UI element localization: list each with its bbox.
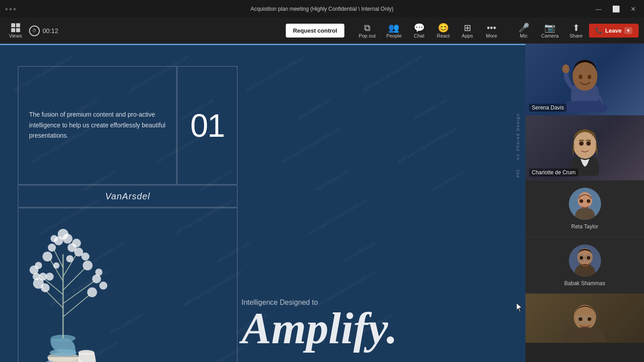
svg-point-28	[81, 253, 89, 261]
participant-tile-babak: Babak Shammas	[525, 237, 644, 294]
svg-point-34	[46, 273, 54, 281]
participant-tile-serena: Serena Davis	[525, 44, 644, 115]
plant-illustration	[18, 208, 237, 362]
reta-avatar-svg	[569, 188, 601, 220]
apps-icon: ⊞	[464, 23, 471, 32]
react-label: React	[437, 33, 450, 38]
svg-point-31	[51, 235, 58, 242]
popout-label: Pop out	[359, 33, 376, 38]
grid-cell	[11, 23, 15, 27]
more-label: More	[486, 33, 497, 38]
popout-icon: ⧉	[364, 23, 370, 32]
participant-name-serena: Serena Davis	[529, 104, 567, 112]
babak-avatar-svg	[569, 244, 601, 277]
chat-label: Chat	[414, 33, 424, 38]
camera-label: Camera	[541, 33, 559, 38]
mic-icon: 🎤	[518, 23, 530, 32]
meeting-toolbar: Views ⏱ 00:12 Request control ⧉ Pop out …	[0, 18, 644, 44]
dot	[5, 8, 8, 10]
slide-number-box: 01	[177, 66, 237, 185]
svg-point-43	[579, 75, 582, 79]
plant-svg	[27, 219, 126, 362]
brand-name: VanArsdel	[105, 191, 150, 202]
slide-plant-area	[18, 208, 237, 362]
svg-point-25	[92, 274, 101, 283]
more-button[interactable]: ••• More	[480, 21, 503, 40]
svg-point-44	[588, 75, 591, 79]
presentation-top-border	[0, 44, 525, 45]
svg-point-26	[83, 261, 93, 270]
p01-label: P01	[516, 169, 520, 177]
svg-point-53	[580, 256, 583, 260]
close-button[interactable]: ✕	[628, 4, 639, 13]
svg-point-24	[87, 287, 97, 297]
svg-point-36	[41, 283, 50, 292]
participant-name-charlotte: Charlotte de Crum	[529, 168, 578, 177]
timer-icon: ⏱	[29, 25, 40, 36]
slide-text-box: The fusion of premium content and pro-ac…	[18, 66, 177, 185]
svg-point-30	[58, 229, 68, 240]
title-bar-left	[5, 8, 16, 10]
svg-point-32	[66, 255, 73, 262]
window-controls: — ⬜ ✕	[593, 4, 639, 13]
meeting-timer: ⏱ 00:12	[29, 25, 58, 36]
participant-name-reta: Reta Taylor	[571, 223, 598, 230]
more-icon: •••	[487, 23, 496, 32]
views-button[interactable]: Views	[5, 21, 25, 40]
presentation-area: aadi.kapoor@vanarsdelltd.com aadi.kapoor…	[0, 44, 525, 362]
svg-point-17	[42, 252, 52, 261]
shared-design-label: VA Shared Design	[516, 113, 520, 160]
share-label: Share	[570, 33, 583, 38]
participant-tile-charlotte: Charlotte de Crum	[525, 115, 644, 180]
leave-button[interactable]: 📞 Leave ▼	[589, 24, 639, 38]
phone-icon: 📞	[595, 27, 602, 34]
svg-point-29	[68, 243, 76, 252]
apps-label: Apps	[462, 33, 473, 38]
toolbar-left: Views ⏱ 00:12	[5, 21, 58, 40]
participant-name-babak: Babak Shammas	[564, 280, 605, 286]
leave-chevron-icon: ▼	[624, 27, 632, 34]
maximize-button[interactable]: ⬜	[610, 4, 623, 13]
apps-button[interactable]: ⊞ Apps	[456, 21, 479, 40]
minimize-button[interactable]: —	[593, 4, 604, 13]
slide-number: 01	[190, 107, 224, 144]
mic-button[interactable]: 🎤 Mic	[513, 21, 535, 40]
svg-point-33	[53, 262, 59, 269]
svg-line-11	[63, 295, 90, 317]
dot	[9, 8, 12, 10]
svg-point-47	[579, 141, 584, 146]
participant-tile-reta: Reta Taylor	[525, 180, 644, 237]
leave-label: Leave	[605, 27, 622, 34]
avatar-circle-babak	[569, 244, 601, 277]
svg-point-42	[572, 62, 597, 91]
svg-point-37	[33, 273, 40, 280]
svg-point-58	[574, 305, 596, 330]
people-button[interactable]: 👥 People	[382, 21, 406, 40]
slide-brand-bar: VanArsdel	[18, 185, 237, 207]
svg-point-59	[579, 317, 582, 321]
grid-cell	[11, 28, 15, 32]
serena-avatar-svg	[556, 47, 614, 112]
svg-point-60	[588, 317, 591, 321]
fifth-avatar-svg	[556, 295, 614, 342]
svg-point-45	[562, 64, 569, 73]
slide-amplify-section: Intelligence Designed to Amplify.	[242, 299, 512, 349]
share-icon: ⬆	[572, 23, 580, 32]
request-control-button[interactable]: Request control	[286, 24, 344, 38]
timer-value: 00:12	[42, 27, 58, 34]
toolbar-right-buttons: 🎤 Mic 📷 Camera ⬆ Share 📞 Leave ▼	[513, 21, 639, 40]
participants-sidebar: Serena Davis	[525, 44, 644, 362]
chat-icon: 💬	[414, 23, 425, 32]
share-button[interactable]: ⬆ Share	[565, 21, 587, 40]
popout-button[interactable]: ⧉ Pop out	[354, 21, 380, 40]
svg-point-23	[35, 262, 42, 269]
svg-point-3	[78, 350, 94, 355]
chat-button[interactable]: 💬 Chat	[408, 21, 430, 40]
title-bar: Acquisition plan meeting (Highly Confide…	[0, 0, 644, 18]
react-button[interactable]: 😊 React	[432, 21, 454, 40]
slide-description: The fusion of premium content and pro-ac…	[29, 109, 165, 141]
camera-button[interactable]: 📷 Camera	[537, 21, 563, 40]
svg-point-38	[95, 269, 102, 276]
mic-label: Mic	[520, 33, 528, 38]
grid-cell	[16, 28, 20, 32]
